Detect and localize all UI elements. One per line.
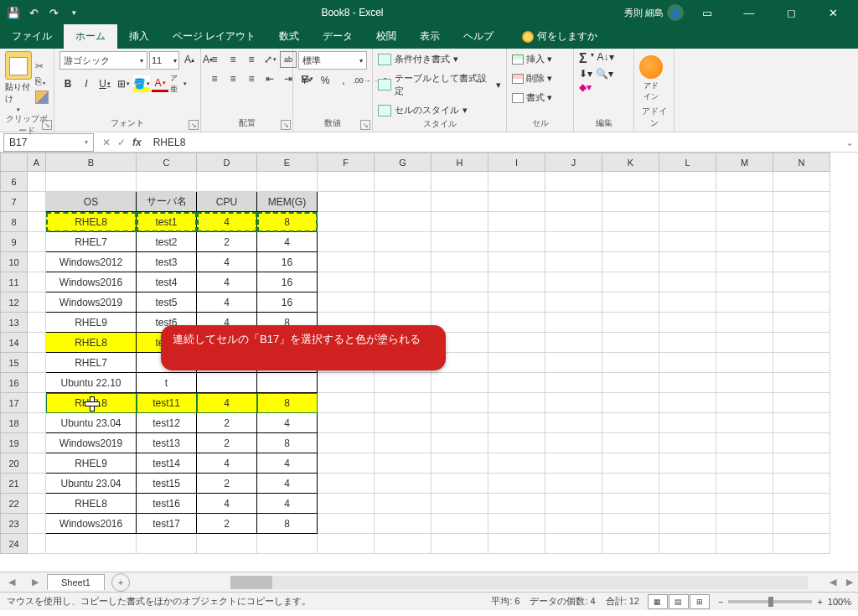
cell-L8[interactable] <box>659 212 716 232</box>
worksheet-grid[interactable]: ABCDEFGHIJKLMN 67OSサーバ名CPUMEM(G)8RHEL8te… <box>0 153 858 572</box>
cell-E17[interactable]: 8 <box>257 393 318 413</box>
row-header-17[interactable]: 17 <box>1 393 28 413</box>
cell-M18[interactable] <box>716 413 773 433</box>
cell-L16[interactable] <box>659 373 716 393</box>
align-middle-icon[interactable]: ≡ <box>225 51 241 68</box>
cell-M16[interactable] <box>716 373 773 393</box>
cell-N9[interactable] <box>773 232 830 252</box>
row-header-11[interactable]: 11 <box>1 272 28 292</box>
number-launcher[interactable]: ↘ <box>360 120 370 130</box>
save-icon[interactable]: 💾 <box>7 6 20 19</box>
row-header-20[interactable]: 20 <box>1 453 28 474</box>
cell-C10[interactable]: test3 <box>137 252 197 272</box>
cell-B6[interactable] <box>46 172 137 192</box>
redo-icon[interactable]: ↷ <box>47 6 60 19</box>
phonetic-button[interactable]: ア亜 <box>170 75 187 92</box>
cell-B22[interactable]: RHEL8 <box>46 494 137 514</box>
cell-B10[interactable]: Windows2012 <box>46 252 137 272</box>
cell-D6[interactable] <box>197 172 257 192</box>
expand-formula-bar-icon[interactable]: ⌄ <box>841 137 858 148</box>
cell-G12[interactable] <box>375 292 432 313</box>
cell-L19[interactable] <box>659 433 716 453</box>
cell-C18[interactable]: test12 <box>137 413 197 433</box>
font-color-button[interactable]: A <box>152 75 168 92</box>
cell-K12[interactable] <box>602 292 659 313</box>
cell-F8[interactable] <box>318 212 375 232</box>
row-header-8[interactable]: 8 <box>1 212 28 232</box>
cell-E23[interactable]: 8 <box>257 514 318 534</box>
cell-H8[interactable] <box>432 212 488 232</box>
cell-J14[interactable] <box>545 333 602 353</box>
cell-A23[interactable] <box>28 514 46 534</box>
cell-M23[interactable] <box>716 514 773 534</box>
cell-G16[interactable] <box>375 373 432 393</box>
cell-H22[interactable] <box>432 494 488 514</box>
fx-icon[interactable]: fx <box>132 137 142 148</box>
underline-button[interactable]: U <box>96 75 113 92</box>
row-header-16[interactable]: 16 <box>1 373 28 393</box>
cell-K20[interactable] <box>602 453 659 474</box>
cell-B9[interactable]: RHEL7 <box>46 232 137 252</box>
zoom-slider[interactable] <box>728 600 812 603</box>
cell-N24[interactable] <box>773 534 830 554</box>
cell-I15[interactable] <box>488 353 545 373</box>
cell-L11[interactable] <box>659 272 716 292</box>
cell-F20[interactable] <box>318 453 375 474</box>
cell-D16[interactable] <box>197 373 257 393</box>
row-header-6[interactable]: 6 <box>1 172 28 192</box>
cell-J13[interactable] <box>545 313 602 333</box>
cell-A19[interactable] <box>28 433 46 453</box>
cell-F12[interactable] <box>318 292 375 313</box>
cell-M8[interactable] <box>716 212 773 232</box>
cell-J16[interactable] <box>545 373 602 393</box>
cell-K17[interactable] <box>602 393 659 413</box>
cell-J18[interactable] <box>545 413 602 433</box>
cell-G23[interactable] <box>375 514 432 534</box>
cell-B13[interactable]: RHEL9 <box>46 313 137 333</box>
cell-H6[interactable] <box>432 172 488 192</box>
cell-E8[interactable]: 8 <box>257 212 318 232</box>
cell-F9[interactable] <box>318 232 375 252</box>
cell-L10[interactable] <box>659 252 716 272</box>
font-size-select[interactable]: 11▾ <box>149 51 179 70</box>
cancel-formula-icon[interactable]: ✕ <box>102 137 111 148</box>
cell-J23[interactable] <box>545 514 602 534</box>
cell-styles-button[interactable]: セルのスタイル ▾ <box>378 104 468 116</box>
ribbon-tab-校閲[interactable]: 校閲 <box>364 24 408 49</box>
cell-E10[interactable]: 16 <box>257 252 318 272</box>
cell-I20[interactable] <box>488 453 545 474</box>
cell-H18[interactable] <box>432 413 488 433</box>
cell-A10[interactable] <box>28 252 46 272</box>
cell-N17[interactable] <box>773 393 830 413</box>
clipboard-launcher[interactable]: ↘ <box>42 120 52 130</box>
cell-I17[interactable] <box>488 393 545 413</box>
cell-A16[interactable] <box>28 373 46 393</box>
undo-icon[interactable]: ↶ <box>27 6 40 19</box>
cell-D23[interactable]: 2 <box>197 514 257 534</box>
cell-N13[interactable] <box>773 313 830 333</box>
add-sheet-button[interactable]: + <box>111 573 130 592</box>
horizontal-scrollbar[interactable] <box>230 576 808 589</box>
cell-B15[interactable]: RHEL7 <box>46 353 137 373</box>
cell-B18[interactable]: Ubuntu 23.04 <box>46 413 137 433</box>
font-name-select[interactable]: 游ゴシック▾ <box>59 51 147 70</box>
cell-K9[interactable] <box>602 232 659 252</box>
col-header-L[interactable]: L <box>659 153 716 172</box>
cell-B21[interactable]: Ubuntu 23.04 <box>46 474 137 494</box>
row-header-14[interactable]: 14 <box>1 333 28 353</box>
cell-B17[interactable]: RHEL8 <box>46 393 137 413</box>
cell-C23[interactable]: test17 <box>137 514 197 534</box>
sheet-nav-next-icon[interactable]: ▶ <box>23 577 47 588</box>
page-break-view-button[interactable]: ⊞ <box>690 594 710 609</box>
row-header-15[interactable]: 15 <box>1 353 28 373</box>
cell-L6[interactable] <box>659 172 716 192</box>
col-header-C[interactable]: C <box>137 153 197 172</box>
cell-C22[interactable]: test16 <box>137 494 197 514</box>
cut-icon[interactable]: ✂ <box>35 60 49 72</box>
cell-C8[interactable]: test1 <box>137 212 197 232</box>
cell-G9[interactable] <box>375 232 432 252</box>
cell-D10[interactable]: 4 <box>197 252 257 272</box>
cell-M13[interactable] <box>716 313 773 333</box>
maximize-button[interactable]: ◻ <box>773 0 809 25</box>
cell-D20[interactable]: 4 <box>197 453 257 474</box>
